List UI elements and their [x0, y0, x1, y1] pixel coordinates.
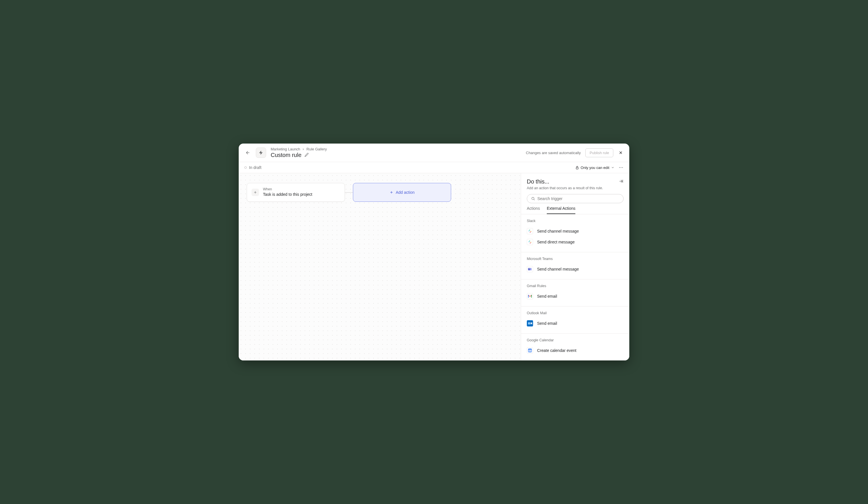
plus-icon — [253, 190, 257, 195]
svg-point-2 — [621, 167, 621, 168]
teams-icon: T — [527, 266, 533, 272]
close-button[interactable] — [618, 150, 623, 156]
svg-rect-12 — [530, 243, 530, 244]
action-group-title: Outlook Mail — [527, 311, 623, 315]
gmail-icon — [527, 293, 533, 300]
add-trigger-button[interactable] — [251, 189, 259, 196]
external-action-item[interactable]: 31Create calendar event — [527, 345, 623, 356]
svg-point-4 — [532, 197, 534, 199]
breadcrumb: Marketing Launch Rule Gallery — [271, 147, 521, 151]
header: Marketing Launch Rule Gallery Custom rul… — [239, 144, 629, 162]
svg-text:31: 31 — [529, 350, 531, 352]
header-right: Changes are saved automatically Publish … — [526, 148, 623, 157]
status-label: In draft — [249, 165, 261, 170]
trigger-description: Task is added to this project — [263, 192, 312, 198]
back-button[interactable] — [245, 149, 251, 156]
action-group-title: Microsoft Teams — [527, 257, 623, 261]
svg-text:T: T — [528, 268, 530, 270]
action-group-title: Gmail Rules — [527, 284, 623, 288]
edit-title-button[interactable] — [304, 153, 309, 158]
action-label: Send email — [537, 294, 557, 298]
bolt-icon — [258, 150, 264, 155]
svg-rect-0 — [576, 167, 578, 169]
rule-canvas[interactable]: When Task is added to this project Add a… — [239, 173, 521, 360]
svg-rect-10 — [530, 242, 532, 243]
action-label: Send channel message — [537, 267, 579, 271]
external-action-item[interactable]: Send email — [527, 318, 623, 329]
permission-dropdown[interactable]: Only you can edit — [575, 166, 614, 170]
external-action-item[interactable]: TSend channel message — [527, 264, 623, 274]
collapse-right-icon — [619, 179, 623, 184]
svg-rect-8 — [530, 232, 530, 233]
search-input[interactable] — [537, 196, 619, 201]
action-group: Outlook MailSend email — [521, 306, 629, 334]
header-main: Marketing Launch Rule Gallery Custom rul… — [271, 147, 521, 158]
permission-label: Only you can edit — [581, 166, 609, 170]
panel-title: Do this... — [527, 178, 549, 185]
lock-icon — [575, 166, 579, 169]
panel-tabs: Actions External Actions — [521, 203, 629, 214]
page-title: Custom rule — [271, 152, 301, 158]
pencil-icon — [304, 153, 309, 157]
action-group: Microsoft TeamsTSend channel message — [521, 252, 629, 280]
slack-icon — [527, 228, 533, 234]
connector-line — [345, 192, 353, 193]
close-icon — [619, 150, 623, 155]
chevron-down-icon — [611, 166, 614, 169]
collapse-panel-button[interactable] — [619, 179, 623, 185]
app-window: Marketing Launch Rule Gallery Custom rul… — [239, 144, 629, 360]
action-group-title: Google Calendar — [527, 338, 623, 342]
tab-actions[interactable]: Actions — [527, 206, 540, 214]
external-action-item[interactable]: Send direct message — [527, 237, 623, 248]
arrow-left-icon — [245, 150, 250, 155]
breadcrumb-item[interactable]: Marketing Launch — [271, 147, 300, 151]
action-group: SlackSend channel messageSend direct mes… — [521, 214, 629, 252]
svg-rect-5 — [528, 231, 529, 231]
body: When Task is added to this project Add a… — [239, 173, 629, 360]
action-label: Create calendar event — [537, 348, 577, 353]
svg-rect-9 — [528, 241, 529, 242]
chevron-right-icon — [302, 148, 304, 151]
status-dot-icon — [245, 166, 247, 169]
outlook-icon — [527, 320, 533, 326]
more-menu-button[interactable] — [619, 165, 623, 170]
search-field[interactable] — [527, 194, 623, 203]
action-label: Send direct message — [537, 240, 575, 244]
svg-rect-7 — [529, 230, 530, 231]
action-group: Gmail RulesSend email — [521, 280, 629, 306]
trigger-text: When Task is added to this project — [263, 187, 312, 197]
action-panel: Do this... Add an action that occurs as … — [521, 173, 629, 360]
action-group-title: Slack — [527, 219, 623, 223]
trigger-card[interactable]: When Task is added to this project — [247, 183, 345, 202]
svg-point-1 — [619, 167, 620, 168]
external-action-item[interactable]: Send channel message — [527, 226, 623, 237]
publish-button[interactable]: Publish rule — [585, 148, 613, 157]
svg-rect-6 — [530, 231, 532, 232]
action-groups: SlackSend channel messageSend direct mes… — [521, 214, 629, 360]
more-horizontal-icon — [619, 165, 623, 170]
svg-rect-11 — [529, 240, 530, 241]
tab-external-actions[interactable]: External Actions — [547, 206, 575, 214]
action-label: Send email — [537, 321, 557, 326]
search-icon — [531, 197, 535, 201]
breadcrumb-item[interactable]: Rule Gallery — [306, 147, 327, 151]
plus-icon — [390, 190, 393, 195]
svg-point-15 — [530, 268, 532, 269]
rule-icon — [256, 148, 266, 158]
gcal-icon: 31 — [527, 347, 533, 354]
svg-rect-16 — [530, 269, 532, 270]
panel-subtitle: Add an action that occurs as a result of… — [527, 186, 623, 190]
add-action-card[interactable]: Add action — [353, 183, 451, 202]
draft-status: In draft — [245, 165, 261, 170]
subheader: In draft Only you can edit — [239, 162, 629, 173]
action-label: Send channel message — [537, 229, 579, 233]
external-action-item[interactable]: Send email — [527, 291, 623, 302]
svg-rect-18 — [528, 295, 529, 298]
slack-icon — [527, 239, 533, 245]
trigger-label: When — [263, 187, 312, 192]
svg-rect-19 — [531, 295, 532, 298]
add-action-label: Add action — [396, 190, 415, 195]
svg-rect-24 — [528, 349, 531, 350]
save-status: Changes are saved automatically — [526, 151, 581, 155]
svg-point-3 — [622, 167, 623, 168]
